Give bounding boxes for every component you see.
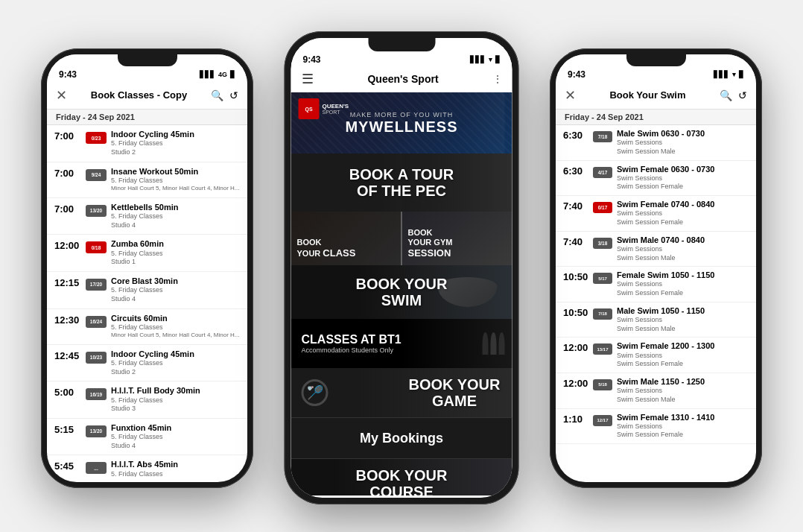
class-item[interactable]: 5:45 ... H.I.I.T. Abs 45min 5. Friday Cl… (47, 455, 247, 477)
wifi-icon: 4G (218, 71, 227, 78)
class-item[interactable]: 7:00 0/23 Indoor Cycling 45min 5. Friday… (47, 125, 247, 162)
swim-info: Swim Male 0740 - 0840 Swim Sessions Swim… (617, 235, 749, 263)
class-item[interactable]: 7:00 13/20 Kettlebells 50min 5. Friday C… (47, 198, 247, 235)
swim-info: Male Swim 0630 - 0730 Swim Sessions Swim… (617, 129, 749, 156)
swim-info: Swim Female 1200 - 1300 Swim Sessions Sw… (617, 341, 749, 369)
course-banner[interactable]: BOOK YOURCOURSE (291, 459, 512, 495)
swim-time: 1:10 (563, 414, 590, 425)
right-refresh-icon[interactable]: ↺ (738, 89, 747, 101)
right-sessions-list: 6:30 7/18 Male Swim 0630 - 0730 Swim Ses… (556, 125, 756, 477)
swim-item[interactable]: 1:10 12/17 Swim Female 1310 - 1410 Swim … (556, 409, 756, 445)
swim-item[interactable]: 6:30 4/17 Swim Female 0630 - 0730 Swim S… (556, 161, 756, 197)
swim-time: 6:30 (563, 165, 590, 177)
class-badge: 9/24 (86, 169, 107, 181)
phone-right: 9:43 ▋▋▋ ▾ ▊ ✕ Book Your Swim 🔍 ↺ Friday… (550, 48, 762, 488)
class-item[interactable]: 12:45 10/23 Indoor Cycling 45min 5. Frid… (47, 345, 247, 382)
left-status-icons: ▋▋▋ 4G ▊ (200, 71, 235, 78)
class-item[interactable]: 12:15 17/20 Core Blast 30min 5. Friday C… (47, 272, 247, 309)
class-time: 12:45 (54, 350, 83, 361)
swim-banner-text: BOOK YOURSWIM (356, 276, 448, 308)
wifi-center-icon: ▾ (489, 56, 492, 63)
right-battery-icon: ▊ (739, 71, 744, 78)
runners-silhouette (483, 332, 505, 355)
center-menu-grid: QS QUEEN'S SPORT MAKE MORE OF YOU WITH M… (291, 92, 512, 495)
class-time: 12:15 (54, 277, 83, 288)
class-time: 5:15 (54, 424, 83, 435)
class-badge: 0/18 (86, 241, 107, 253)
swim-badge: 4/17 (593, 167, 612, 178)
swim-item[interactable]: 10:50 7/18 Male Swim 1050 - 1150 Swim Se… (556, 303, 756, 338)
right-signal-icon: ▋▋▋ (714, 71, 729, 78)
bt1-subtext: Accommodation Students Only (302, 346, 394, 354)
class-time: 5:00 (54, 387, 83, 398)
battery-icon: ▊ (230, 71, 235, 78)
queens-sport-emblem: QS (299, 98, 320, 119)
class-item[interactable]: 5:15 13/20 Funxtion 45min 5. Friday Clas… (47, 419, 247, 456)
center-nav-title: Queen's Sport (367, 73, 438, 85)
right-date-header: Friday - 24 Sep 2021 (556, 110, 756, 125)
right-wifi-icon: ▾ (732, 71, 736, 78)
swim-time: 7:40 (563, 236, 590, 247)
game-banner[interactable]: 🏸 BOOK YOURGAME (291, 368, 512, 417)
signal-bar-icon: ▋▋▋ (470, 56, 486, 63)
class-item[interactable]: 5:00 16/19 H.I.I.T. Full Body 30min 5. F… (47, 381, 247, 419)
class-gym-row: BOOKYOUR CLASS BOOKYOUR GYMSESSION (291, 212, 512, 265)
class-time: 5:45 (54, 460, 83, 472)
class-item[interactable]: 12:30 16/24 Circuits 60min 5. Friday Cla… (47, 309, 247, 345)
class-time: 7:00 (54, 168, 83, 179)
class-time: 12:00 (54, 240, 83, 251)
center-time: 9:43 (303, 54, 321, 65)
swim-time: 7:40 (563, 200, 590, 212)
right-search-icon[interactable]: 🔍 (720, 89, 732, 101)
class-badge: 17/20 (86, 279, 107, 291)
swim-item[interactable]: 12:00 13/17 Swim Female 1200 - 1300 Swim… (556, 338, 756, 373)
class-banner-text: BOOKYOUR CLASS (297, 238, 356, 259)
hamburger-menu-icon[interactable]: ☰ (302, 71, 314, 87)
swim-banner[interactable]: BOOK YOURSWIM (291, 265, 512, 319)
class-info: H.I.I.T. Abs 45min 5. Friday Classes (111, 460, 240, 477)
queens-sport-logo: QS QUEEN'S SPORT (299, 98, 349, 119)
shuttlecock-icon: 🏸 (302, 379, 328, 406)
right-status-icons: ▋▋▋ ▾ ▊ (714, 71, 744, 78)
class-info: Core Blast 30min 5. Friday Classes Studi… (111, 276, 240, 304)
swim-info: Male Swim 1050 - 1150 Swim Sessions Swim… (617, 306, 749, 334)
tour-banner-text: BOOK A TOUROF THE PEC (349, 166, 454, 199)
right-close-button[interactable]: ✕ (565, 87, 576, 104)
swim-item[interactable]: 10:50 5/17 Female Swim 1050 - 1150 Swim … (556, 267, 756, 303)
swim-info: Swim Male 1150 - 1250 Swim Sessions Swim… (617, 377, 749, 405)
left-date-header: Friday - 24 Sep 2021 (47, 110, 247, 125)
refresh-icon[interactable]: ↺ (229, 89, 238, 101)
class-item[interactable]: 12:00 0/18 Zumba 60min 5. Friday Classes… (47, 235, 247, 272)
battery-center-icon: ▊ (495, 56, 501, 63)
classes-bt1-banner[interactable]: CLASSES AT BT1 Accommodation Students On… (291, 319, 512, 368)
close-button[interactable]: ✕ (56, 87, 67, 104)
phones-container: 9:43 ▋▋▋ 4G ▊ ✕ Book Classes - Copy 🔍 ↺ … (0, 0, 803, 532)
mywellness-banner[interactable]: QS QUEEN'S SPORT MAKE MORE OF YOU WITH M… (291, 92, 512, 153)
class-badge: 13/20 (86, 205, 107, 217)
swim-time: 12:00 (563, 342, 590, 353)
class-badge: 16/24 (86, 316, 107, 328)
search-icon[interactable]: 🔍 (211, 89, 223, 101)
bookings-banner[interactable]: My Bookings (291, 417, 512, 459)
swim-item[interactable]: 12:00 5/18 Swim Male 1150 - 1250 Swim Se… (556, 373, 756, 409)
gym-banner[interactable]: BOOKYOUR GYMSESSION (402, 212, 512, 265)
queens-sport-label: QUEEN'S SPORT (323, 103, 349, 115)
swim-time: 6:30 (563, 130, 590, 141)
swim-item[interactable]: 6:30 7/18 Male Swim 0630 - 0730 Swim Ses… (556, 125, 756, 161)
gym-banner-text: BOOKYOUR GYMSESSION (408, 228, 453, 259)
class-info: Zumba 60min 5. Friday Classes Studio 1 (111, 239, 240, 267)
class-item[interactable]: 7:00 9/24 Insane Workout 50min 5. Friday… (47, 162, 247, 198)
tour-banner[interactable]: BOOK A TOUROF THE PEC (291, 153, 512, 212)
swim-badge: 5/18 (593, 379, 612, 390)
swim-item[interactable]: 7:40 0/17 Swim Female 0740 - 0840 Swim S… (556, 196, 756, 232)
right-time: 9:43 (568, 69, 585, 80)
signal-icon: ▋▋▋ (200, 71, 215, 78)
class-info: Circuits 60min 5. Friday Classes Minor H… (111, 314, 240, 340)
left-classes-list: 7:00 0/23 Indoor Cycling 45min 5. Friday… (47, 125, 247, 477)
swim-item[interactable]: 7:40 3/18 Swim Male 0740 - 0840 Swim Ses… (556, 232, 756, 267)
swim-badge: 5/17 (593, 273, 612, 284)
class-info: Indoor Cycling 45min 5. Friday Classes S… (111, 130, 240, 157)
course-banner-text: BOOK YOURCOURSE (356, 467, 448, 495)
swim-badge: 12/17 (593, 415, 612, 426)
class-banner[interactable]: BOOKYOUR CLASS (291, 212, 402, 265)
